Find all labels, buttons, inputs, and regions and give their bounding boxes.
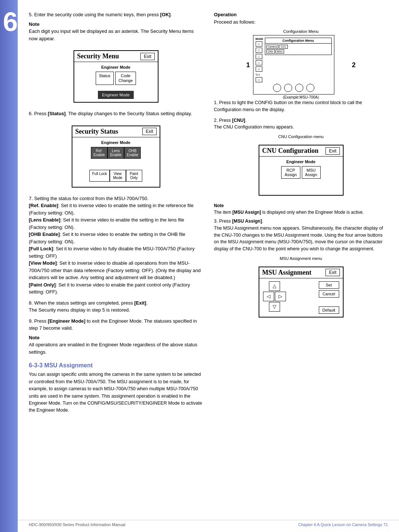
footer-right: Chapter 6 A Quick Lesson on Camera Setti… [298, 522, 388, 527]
msu-assign-btn[interactable]: MSUAssign [302, 166, 321, 179]
arrow-right-btn[interactable]: ▷ [275, 292, 286, 301]
chapter-bar: 6 [0, 0, 18, 532]
step-7-view-mode: [View Mode]: Set it to inverse video to … [29, 260, 201, 280]
arrow-left-btn[interactable]: ◁ [263, 292, 274, 301]
cnu-config-mockup: CNU Configuration Exit Engineer Mode RCP… [259, 145, 344, 196]
step-7-ref-enable: [Ref. Enable]: Set it to inverse video t… [29, 203, 194, 216]
step-5-note-text: Each digit you input will be displayed a… [29, 28, 203, 42]
operation-text: Proceed as follows: [214, 19, 256, 25]
mode-buttons: MODE □ □ □ □ □ TLY □ [256, 38, 263, 82]
security-menu-mockup: Security Menu Exit Engineer Mode Status … [74, 50, 158, 103]
diagram-num-2: 2 [352, 61, 355, 69]
step-5: 5. Enter the security code using the num… [29, 11, 203, 42]
operation-label: Operation [214, 12, 236, 17]
step-7-lens-enable: [Lens Enable]: Set it to inverse video t… [29, 217, 184, 230]
ccu-btn[interactable]: CCU [279, 45, 287, 49]
round-btn-3[interactable] [295, 84, 303, 92]
mode-btn-4[interactable]: □ [256, 60, 262, 65]
cnu-config-title-bar: CNU Configuration Exit [259, 145, 343, 157]
security-menu-btn-row: Status CodeChange [78, 72, 154, 85]
step-7: 7. Setting the status for control from t… [29, 195, 203, 296]
left-column: 5. Enter the security code using the num… [29, 11, 203, 417]
step-7-intro: 7. Setting the status for control from t… [29, 196, 149, 201]
device-diagram-container: Configuration Menu 1 2 MODE □ □ [214, 29, 388, 99]
msu-btn-screen[interactable]: MSU [276, 49, 284, 54]
mode-btn-1[interactable]: □ [256, 41, 262, 47]
security-status-mockup: Security Status Exit Engineer Mode Ref.E… [72, 126, 160, 188]
rcp-assign-btn[interactable]: RCPAssign [281, 166, 300, 179]
step-8-text: 8. When the status settings are complete… [29, 300, 148, 313]
section-6-3-3-heading: 6-3-3 MSU Assignment [29, 362, 203, 369]
mode-btn-3[interactable]: □ [256, 54, 262, 59]
mode-btn-2[interactable]: □ [256, 48, 262, 53]
step-9: 9. Press [Engineer Mode] to exit the Eng… [29, 318, 203, 356]
msu-assign-label: MSU Assignment menu [214, 256, 388, 261]
step-6-text: 6. Press [Status]. The display changes t… [29, 111, 192, 116]
section-number: 6-3-3 [29, 362, 42, 368]
security-menu-engineer-btn[interactable]: Engineer Mode [98, 91, 134, 99]
security-status-title: Security Status [75, 128, 119, 135]
cnu-config-btn-row: RCPAssign MSUAssign [263, 166, 339, 179]
arrow-down-btn[interactable]: ▽ [269, 302, 280, 312]
msu-cancel-btn[interactable]: Cancel [319, 290, 339, 298]
device-top-section: MODE □ □ □ □ □ TLY □ Config [256, 38, 332, 82]
step-9-note-label: Note [29, 334, 203, 341]
view-mode-btn[interactable]: ViewMode [110, 170, 126, 182]
right-step-3: 3. Press [MSU Assign]. The MSU Assignmen… [214, 218, 388, 253]
step-7-paint-only: [Paint Only]: Set it to inverse video to… [29, 282, 190, 295]
config-menu-label: Configuration Menu [283, 29, 318, 34]
security-status-top-btns: Ref.Enable LensEnable OHBEnable [76, 147, 156, 159]
ohb-enable-btn[interactable]: OHBEnable [124, 147, 141, 159]
security-menu-code-btn[interactable]: CodeChange [115, 72, 136, 85]
device-screen-row-1: Camera CCU [266, 45, 330, 49]
msu-arrow-pad: △ ◁ ▷ ▽ [263, 281, 286, 312]
msu-assign-exit-btn[interactable]: Exit [325, 269, 340, 276]
security-menu-title: Security Menu [77, 52, 119, 60]
device-screen: Configuration Menu Camera CCU CNU MSU [265, 38, 332, 55]
round-btn-1[interactable] [273, 84, 281, 92]
msu-arrow-middle-row: ◁ ▷ [263, 292, 286, 301]
mode-btn-5[interactable]: □ [256, 66, 262, 72]
step-9-text: 9. Press [Engineer Mode] to exit the Eng… [29, 318, 197, 331]
msu-default-btn[interactable]: Default [319, 306, 339, 314]
msu-assign-mockup: MSU Assignment Exit △ ◁ ▷ [259, 267, 344, 318]
ref-enable-btn[interactable]: Ref.Enable [91, 147, 108, 159]
camera-btn[interactable]: Camera [266, 45, 279, 49]
example-label: (Example:MSU-700A) [283, 95, 319, 99]
security-menu-exit-btn[interactable]: Exit [140, 53, 154, 60]
cnu-config-exit-btn[interactable]: Exit [325, 147, 340, 155]
msu-set-btn[interactable]: Set [319, 281, 339, 289]
full-lock-btn[interactable]: Full Lock [89, 170, 109, 182]
security-menu-status-btn[interactable]: Status [96, 72, 114, 85]
round-btn-2[interactable] [284, 84, 292, 92]
main-content: 5. Enter the security code using the num… [18, 0, 399, 425]
cnu-note-label: Note [214, 203, 224, 208]
paint-only-btn[interactable]: PaintOnly [126, 170, 142, 182]
step-5-num: 5. [29, 12, 34, 17]
security-status-mode-label: Engineer Mode [76, 140, 156, 145]
chapter-number: 6 [3, 7, 18, 37]
section-body: You can assign specific units among the … [29, 371, 203, 414]
arrow-up-btn[interactable]: △ [269, 281, 280, 291]
mode-btn-tly[interactable]: □ [256, 77, 262, 82]
device-diagram: MODE □ □ □ □ □ TLY □ Config [253, 35, 334, 95]
right-column: Operation Proceed as follows: Configurat… [214, 11, 388, 417]
msu-assign-body: △ ◁ ▷ ▽ Set Cancel [259, 278, 343, 317]
security-menu-body: Engineer Mode Status CodeChange Engineer… [74, 62, 158, 102]
cnu-btn-screen[interactable]: CNU [266, 49, 275, 54]
security-status-body: Engineer Mode Ref.Enable LensEnable OHBE… [72, 137, 160, 187]
round-btn-4[interactable] [306, 84, 314, 92]
right-step-2-note: The CNU Configuration menu appears. [214, 124, 294, 130]
security-status-exit-btn[interactable]: Exit [142, 128, 156, 135]
cnu-note-text: The item [MSU Assign] is displayed only … [214, 210, 364, 215]
msu-side-btns: Set Cancel Default [319, 281, 339, 314]
right-step-2: 2. Press [CNU]. The CNU Configuration me… [214, 117, 388, 131]
lens-enable-btn[interactable]: LensEnable [108, 147, 124, 159]
device-screen-row-2: CNU MSU [266, 49, 330, 54]
device-screen-inner: Camera CCU CNU MSU [265, 44, 331, 55]
step-9-note-text: All operations are enabled in the Engine… [29, 341, 203, 356]
cnu-config-title: CNU Configuration [262, 147, 319, 155]
step-7-full-lock: [Full Lock]: Set it to inverse video to … [29, 246, 195, 259]
step-5-note-label: Note [29, 21, 203, 28]
cnu-note-container: Note The item [MSU Assign] is displayed … [214, 202, 388, 216]
